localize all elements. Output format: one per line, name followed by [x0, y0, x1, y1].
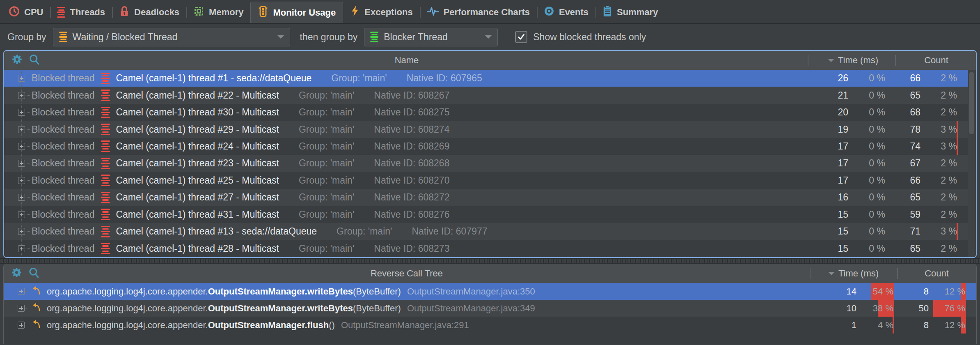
- expand-icon[interactable]: [18, 228, 25, 235]
- thread-name-cell: Blocked thread Camel (camel-1) thread #3…: [4, 104, 809, 121]
- thread-group: Group: 'main': [331, 73, 387, 84]
- thread-name: Camel (camel-1) thread #22 - Multicast: [116, 90, 279, 101]
- sort-desc-icon: [828, 272, 835, 278]
- count-percent-cell: 12 %: [929, 283, 965, 300]
- scrollbar-thumb[interactable]: [969, 72, 974, 134]
- expand-icon[interactable]: [18, 92, 25, 99]
- events-icon: [544, 6, 554, 19]
- column-header-time[interactable]: Time (ms): [810, 268, 897, 279]
- expand-icon[interactable]: [18, 245, 25, 252]
- reverse-call-icon: [31, 285, 41, 298]
- tab-performance-charts[interactable]: Performance Charts: [420, 2, 537, 23]
- monitor-usage-icon: [258, 6, 268, 20]
- search-icon[interactable]: [28, 267, 39, 281]
- tab-events[interactable]: Events: [537, 2, 595, 23]
- table-row[interactable]: org.apache.logging.log4j.core.appender.O…: [4, 283, 976, 300]
- time-value-cell: 15: [809, 240, 848, 257]
- time-percent-cell: 0 %: [848, 206, 885, 223]
- column-header-name[interactable]: Name: [4, 55, 809, 66]
- table-row[interactable]: Blocked thread Camel (camel-1) thread #2…: [4, 240, 968, 257]
- tab-cpu[interactable]: CPU: [2, 2, 50, 23]
- blocker-thread-icon: [370, 32, 378, 42]
- tab-exceptions[interactable]: Exceptions: [343, 2, 419, 23]
- count-value-cell: 67: [897, 155, 920, 172]
- table-row[interactable]: Blocked thread Camel (camel-1) thread #2…: [4, 87, 968, 104]
- expand-icon[interactable]: [18, 177, 25, 184]
- time-value-cell: 21: [809, 87, 848, 104]
- tab-summary[interactable]: Summary: [595, 2, 665, 23]
- table-row[interactable]: Blocked thread Camel (camel-1) thread #3…: [4, 104, 968, 121]
- thread-native-id: Native ID: 607965: [407, 73, 482, 84]
- column-header-count[interactable]: Count: [897, 268, 976, 279]
- count-value-cell: 65: [897, 87, 920, 104]
- tab-deadlocks[interactable]: Deadlocks: [112, 2, 186, 23]
- gear-icon[interactable]: [11, 54, 23, 67]
- reverse-call-icon: [31, 319, 41, 332]
- time-percent-cell: 0 %: [848, 155, 885, 172]
- table-row[interactable]: org.apache.logging.log4j.core.appender.O…: [4, 300, 976, 317]
- tab-memory[interactable]: Memory: [186, 2, 250, 23]
- expand-icon[interactable]: [18, 322, 25, 329]
- time-value-cell: 15: [809, 206, 848, 223]
- column-header-time[interactable]: Time (ms): [809, 55, 897, 66]
- expand-icon[interactable]: [18, 288, 25, 295]
- table-row[interactable]: Blocked thread Camel (camel-1) thread #1…: [4, 70, 968, 87]
- expand-icon[interactable]: [18, 160, 25, 167]
- show-blocked-checkbox[interactable]: [515, 31, 527, 43]
- expand-icon[interactable]: [18, 75, 25, 82]
- column-header-reverse-call-tree[interactable]: Reverse Call Tree: [4, 268, 810, 279]
- show-blocked-threads-toggle[interactable]: Show blocked threads only: [515, 31, 646, 43]
- thread-native-id: Native ID: 608274: [374, 124, 449, 135]
- deadlocks-icon: [119, 6, 130, 19]
- expand-icon[interactable]: [18, 109, 25, 116]
- count-value-cell: 50: [905, 300, 929, 317]
- table-row[interactable]: Blocked thread Camel (camel-1) thread #2…: [4, 121, 968, 138]
- thread-group: Group: 'main': [299, 175, 354, 186]
- count-percent-cell: 12 %: [929, 317, 965, 334]
- then-group-by-label: then group by: [300, 32, 358, 43]
- count-percent-cell: 2 %: [920, 189, 957, 206]
- expand-icon[interactable]: [18, 143, 25, 150]
- gear-icon[interactable]: [11, 267, 22, 281]
- thread-state-label: Blocked thread: [32, 158, 94, 169]
- time-value-cell: 1: [817, 317, 856, 334]
- search-icon[interactable]: [29, 54, 40, 67]
- table-row[interactable]: org.apache.logging.log4j.core.appender.O…: [4, 317, 976, 334]
- thread-native-id: Native ID: 608270: [374, 175, 449, 186]
- expand-icon[interactable]: [18, 126, 25, 133]
- table-row[interactable]: Blocked thread Camel (camel-1) thread #2…: [4, 155, 968, 172]
- count-value-cell: 8: [905, 283, 929, 300]
- blocked-thread-icon: [101, 175, 110, 186]
- tab-monitor-usage[interactable]: Monitor Usage: [250, 2, 343, 23]
- exceptions-icon: [350, 5, 360, 19]
- panel-splitter[interactable]: [0, 258, 980, 264]
- table-row[interactable]: Blocked thread Camel (camel-1) thread #2…: [4, 189, 968, 206]
- expand-icon[interactable]: [18, 211, 25, 218]
- expand-icon[interactable]: [18, 194, 25, 201]
- tab-threads[interactable]: Threads: [50, 2, 112, 23]
- method-name: OutputStreamManager.writeBytes: [208, 286, 353, 297]
- thread-state-label: Blocked thread: [32, 124, 94, 135]
- thread-native-id: Native ID: 608267: [374, 90, 449, 101]
- column-header-count[interactable]: Count: [897, 55, 976, 66]
- table-row[interactable]: Blocked thread Camel (camel-1) thread #1…: [4, 223, 968, 240]
- cpu-icon: [9, 6, 20, 19]
- thread-group: Group: 'main': [299, 90, 354, 101]
- table-row[interactable]: Blocked thread Camel (camel-1) thread #3…: [4, 206, 968, 223]
- time-percent-cell: 0 %: [848, 240, 885, 257]
- package-name: org.apache.logging.log4j.core.appender.: [47, 286, 208, 297]
- count-value-cell: 74: [897, 138, 920, 155]
- table-row[interactable]: Blocked thread Camel (camel-1) thread #2…: [4, 172, 968, 189]
- expand-icon[interactable]: [18, 305, 25, 312]
- thread-name: Camel (camel-1) thread #1 - seda://dataQ…: [116, 73, 311, 84]
- group-by-dropdown[interactable]: Waiting / Blocked Thread: [53, 28, 290, 46]
- then-group-by-dropdown[interactable]: Blocker Thread: [364, 28, 498, 46]
- time-value-cell: 10: [817, 300, 856, 317]
- reverse-call-tree-panel: Reverse Call Tree Time (ms) Count org.ap…: [3, 264, 977, 344]
- vertical-scrollbar[interactable]: [968, 70, 975, 257]
- time-value-cell: 26: [809, 70, 848, 87]
- memory-icon: [193, 6, 204, 19]
- table-row[interactable]: Blocked thread Camel (camel-1) thread #2…: [4, 138, 968, 155]
- call-tree-rows: org.apache.logging.log4j.core.appender.O…: [4, 283, 976, 334]
- thread-native-id: Native ID: 608269: [374, 141, 449, 152]
